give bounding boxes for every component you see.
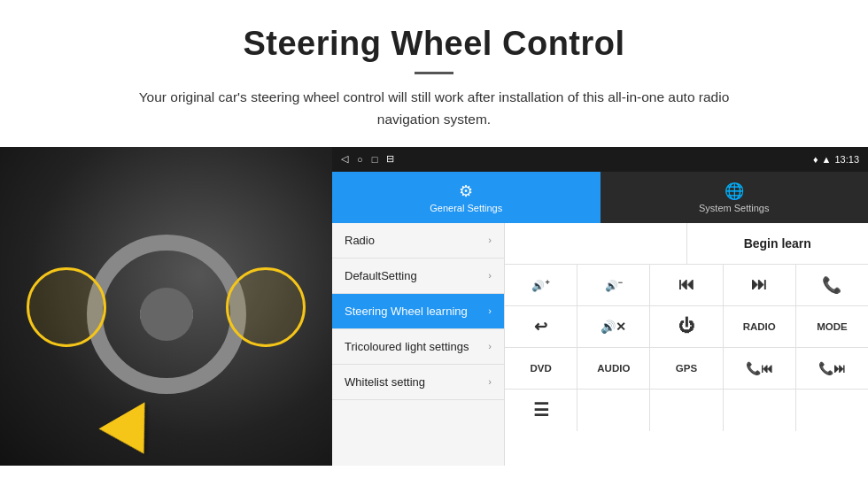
mute-icon: 🔊✕ (601, 320, 626, 334)
mode-label: MODE (817, 321, 848, 332)
time-display: 13:13 (834, 154, 859, 165)
chevron-icon: › (488, 341, 492, 351)
audio-button[interactable]: AUDIO (577, 348, 650, 389)
menu-default-label: DefaultSetting (345, 269, 417, 282)
phone-icon: 📞 (822, 275, 841, 295)
next-icon: ⏭ (751, 275, 767, 294)
menu-item-default[interactable]: DefaultSetting › (332, 258, 504, 294)
phone-button[interactable]: 📞 (796, 265, 868, 305)
next-track-button[interactable]: ⏭ (724, 265, 796, 305)
menu-whitelist-label: Whitelist setting (345, 375, 425, 389)
chevron-icon: › (488, 235, 492, 245)
signal-icon: ▲ (822, 154, 832, 165)
menu-steering-label: Steering Wheel learning (345, 305, 468, 318)
radio-button[interactable]: RADIO (724, 306, 796, 347)
chevron-icon: › (488, 270, 492, 281)
highlight-circle-right (226, 267, 306, 347)
controls-row-1: 🔊+ 🔊− ⏮ ⏭ 📞 (505, 265, 868, 306)
tel-prev-icon: 📞⏮ (746, 361, 773, 375)
left-menu: Radio › DefaultSetting › Steering Wheel … (332, 223, 505, 466)
power-button[interactable]: ⏻ (650, 306, 723, 347)
gps-label: GPS (676, 363, 697, 374)
dvd-label: DVD (530, 363, 551, 374)
power-icon: ⏻ (678, 317, 694, 336)
menu-radio-label: Radio (345, 234, 375, 247)
page-container: Steering Wheel Control Your original car… (0, 0, 868, 466)
empty-cell (505, 223, 687, 264)
system-settings-icon: 🌐 (725, 181, 744, 201)
audio-label: AUDIO (597, 363, 630, 374)
vol-down-icon: 🔊− (605, 278, 623, 292)
tab-system-label: System Settings (699, 203, 769, 213)
empty-btn-4 (796, 390, 868, 431)
list-icon: ☰ (533, 399, 549, 420)
prev-track-button[interactable]: ⏮ (650, 265, 723, 305)
radio-label: RADIO (743, 321, 776, 332)
header-section: Steering Wheel Control Your original car… (0, 0, 868, 147)
dvd-button[interactable]: DVD (505, 348, 577, 389)
main-content: ◁ ○ □ ⊟ ♦ ▲ 13:13 ⚙ General Settings (0, 147, 868, 466)
nav-recent-icon[interactable]: □ (372, 154, 378, 165)
gps-button[interactable]: GPS (650, 348, 723, 389)
tab-bar: ⚙ General Settings 🌐 System Settings (332, 172, 868, 223)
steering-wheel-center (140, 288, 193, 341)
nav-cast-icon[interactable]: ⊟ (386, 153, 394, 165)
empty-btn-2 (650, 390, 723, 431)
controls-row-top: Begin learn (505, 223, 868, 265)
chevron-icon: › (488, 305, 492, 316)
general-settings-icon: ⚙ (459, 181, 473, 201)
arrow-shape (99, 402, 167, 466)
car-background (0, 147, 332, 466)
menu-item-tricoloured[interactable]: Tricoloured light settings › (332, 329, 504, 365)
controls-row-3: DVD AUDIO GPS 📞⏮ 📞⏭ (505, 348, 868, 390)
menu-tricoloured-label: Tricoloured light settings (345, 340, 469, 353)
chevron-icon: › (488, 376, 492, 387)
tel-prev-button[interactable]: 📞⏮ (724, 348, 796, 389)
content-area: Radio › DefaultSetting › Steering Wheel … (332, 223, 868, 466)
mute-button[interactable]: 🔊✕ (577, 306, 650, 347)
arrow-indicator (106, 413, 159, 457)
menu-item-radio[interactable]: Radio › (332, 223, 504, 258)
steering-wheel-graphic (87, 235, 246, 394)
controls-row-2: ↩ 🔊✕ ⏻ RADIO MODE (505, 306, 868, 348)
hang-up-button[interactable]: ↩ (505, 306, 577, 347)
tab-system-settings[interactable]: 🌐 System Settings (601, 172, 869, 223)
page-title: Steering Wheel Control (53, 25, 815, 63)
prev-icon: ⏮ (678, 275, 694, 294)
vol-down-button[interactable]: 🔊− (577, 265, 650, 305)
menu-item-whitelist[interactable]: Whitelist setting › (332, 365, 504, 400)
status-nav-icons: ◁ ○ □ ⊟ (341, 153, 394, 165)
empty-btn-3 (724, 390, 796, 431)
status-bar: ◁ ○ □ ⊟ ♦ ▲ 13:13 (332, 147, 868, 172)
tel-next-button[interactable]: 📞⏭ (796, 348, 868, 389)
header-subtitle: Your original car's steering wheel contr… (133, 87, 735, 131)
tel-next-icon: 📞⏭ (818, 361, 846, 375)
highlight-circle-left (27, 267, 106, 347)
begin-learn-button[interactable]: Begin learn (687, 223, 869, 264)
begin-learn-label: Begin learn (744, 236, 811, 251)
menu-item-steering[interactable]: Steering Wheel learning › (332, 294, 504, 329)
status-info: ♦ ▲ 13:13 (813, 154, 859, 165)
nav-back-icon[interactable]: ◁ (341, 153, 348, 165)
car-image-area (0, 147, 332, 466)
vol-up-icon: 🔊+ (531, 278, 549, 292)
empty-btn-1 (577, 390, 650, 431)
mode-button[interactable]: MODE (796, 306, 868, 347)
wifi-icon: ♦ (813, 154, 818, 165)
nav-home-icon[interactable]: ○ (357, 154, 363, 165)
header-divider (415, 72, 453, 74)
list-button[interactable]: ☰ (505, 390, 577, 431)
controls-row-4: ☰ (505, 390, 868, 431)
right-controls: Begin learn 🔊+ 🔊− ⏮ (505, 223, 868, 466)
vol-up-button[interactable]: 🔊+ (505, 265, 577, 305)
hang-up-icon: ↩ (534, 317, 547, 336)
android-panel: ◁ ○ □ ⊟ ♦ ▲ 13:13 ⚙ General Settings (332, 147, 868, 466)
tab-general-label: General Settings (430, 203, 502, 213)
tab-general-settings[interactable]: ⚙ General Settings (332, 172, 601, 223)
